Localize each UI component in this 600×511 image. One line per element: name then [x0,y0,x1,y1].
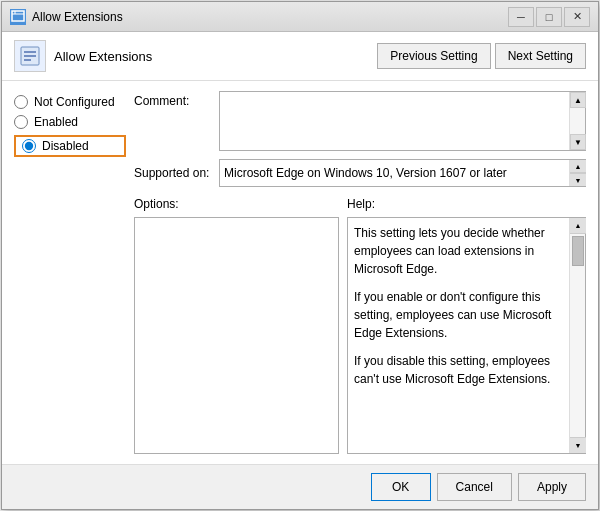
help-section: Help: This setting lets you decide wheth… [347,197,586,454]
dialog-body: Not Configured Enabled Disabled Comm [2,81,598,464]
help-para-3: If you disable this setting, employees c… [354,352,563,388]
dialog-header: Allow Extensions Previous Setting Next S… [2,32,598,81]
comment-box: ▲ ▼ [219,91,586,151]
supported-value: Microsoft Edge on Windows 10, Version 16… [224,166,581,180]
help-scroll-up[interactable]: ▲ [570,218,586,234]
help-scroll-track [570,234,585,437]
options-section: Options: [134,197,339,454]
supported-box: Microsoft Edge on Windows 10, Version 16… [219,159,586,187]
dialog-window: Allow Extensions ─ □ ✕ Allow Extensions … [1,1,599,510]
help-label: Help: [347,197,586,211]
dialog-header-title: Allow Extensions [54,49,377,64]
comment-textarea[interactable] [220,92,569,150]
scroll-down-arrow[interactable]: ▼ [570,134,586,150]
help-box-wrapper: This setting lets you decide whether emp… [347,217,586,454]
scroll-up-arrow[interactable]: ▲ [570,92,586,108]
window-controls: ─ □ ✕ [508,7,590,27]
supported-row: Supported on: Microsoft Edge on Windows … [134,159,586,187]
help-scrollbar: ▲ ▼ [569,218,585,453]
navigation-buttons: Previous Setting Next Setting [377,43,586,69]
help-scroll-down[interactable]: ▼ [570,437,586,453]
not-configured-radio[interactable] [14,95,28,109]
policy-icon [14,40,46,72]
right-section: Comment: ▲ ▼ Support [134,91,586,454]
ok-button[interactable]: OK [371,473,431,501]
enabled-label: Enabled [34,115,78,129]
disabled-option-box[interactable]: Disabled [14,135,126,157]
scroll-track [570,108,585,134]
comment-row: Comment: ▲ ▼ [134,91,586,151]
previous-setting-button[interactable]: Previous Setting [377,43,490,69]
supported-scroll-up[interactable]: ▲ [570,160,586,173]
help-scroll-thumb [572,236,584,266]
help-content: This setting lets you decide whether emp… [348,218,569,453]
help-text: This setting lets you decide whether emp… [354,224,563,388]
options-label: Options: [134,197,339,211]
help-para-1: This setting lets you decide whether emp… [354,224,563,278]
disabled-label: Disabled [42,139,89,153]
comment-scrollbar: ▲ ▼ [569,92,585,150]
title-bar: Allow Extensions ─ □ ✕ [2,2,598,32]
supported-scroll-down[interactable]: ▼ [570,173,586,186]
svg-rect-0 [12,11,24,21]
disabled-radio[interactable] [22,139,36,153]
dialog-footer: OK Cancel Apply [2,464,598,509]
supported-scrollbar: ▲ ▼ [569,160,585,186]
next-setting-button[interactable]: Next Setting [495,43,586,69]
minimize-button[interactable]: ─ [508,7,534,27]
close-button[interactable]: ✕ [564,7,590,27]
options-box [134,217,339,454]
apply-button[interactable]: Apply [518,473,586,501]
comment-label: Comment: [134,91,219,108]
not-configured-option[interactable]: Not Configured [14,95,126,109]
cancel-button[interactable]: Cancel [437,473,512,501]
not-configured-label: Not Configured [34,95,115,109]
supported-label: Supported on: [134,166,219,180]
enabled-option[interactable]: Enabled [14,115,126,129]
window-icon [10,9,26,25]
help-para-2: If you enable or don't configure this se… [354,288,563,342]
maximize-button[interactable]: □ [536,7,562,27]
window-title: Allow Extensions [32,10,508,24]
enabled-radio[interactable] [14,115,28,129]
radio-section: Not Configured Enabled Disabled [14,91,134,454]
bottom-section: Options: Help: This setting lets you dec… [134,197,586,454]
